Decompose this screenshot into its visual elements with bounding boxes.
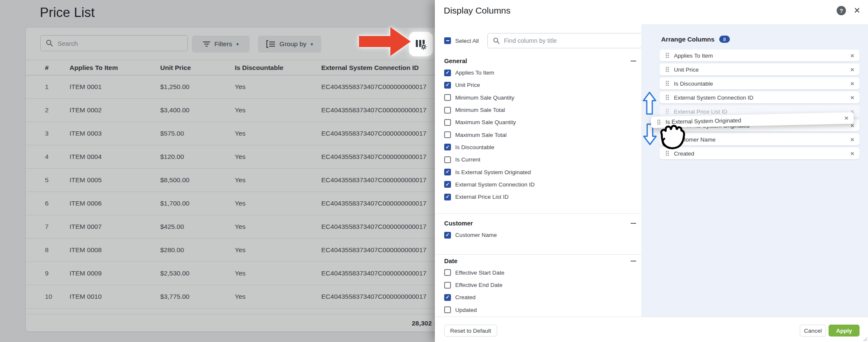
panel-footer: Reset to Default Cancel Apply xyxy=(435,317,868,342)
arrange-item-customer-name[interactable]: Customer Name× xyxy=(659,133,860,145)
arrange-item-label: Customer Name xyxy=(674,136,850,143)
checkbox-unchecked-icon[interactable] xyxy=(444,94,451,101)
column-toggle-effective-start-date[interactable]: Effective Start Date xyxy=(435,267,641,279)
checkbox-checked-icon[interactable]: ✓ xyxy=(444,294,451,301)
column-settings-button[interactable] xyxy=(411,34,431,54)
arrange-item-external-system-connection-id[interactable]: External System Connection ID× xyxy=(659,92,860,103)
remove-column-icon[interactable]: × xyxy=(850,66,854,73)
arrange-item-label: External System Connection ID xyxy=(674,95,850,101)
arrange-item-unit-price[interactable]: Unit Price× xyxy=(659,64,860,75)
column-toggle-label: Minimum Sale Quantity xyxy=(455,95,515,101)
checkbox-unchecked-icon[interactable] xyxy=(444,282,451,289)
arrange-item-applies-to-item[interactable]: Applies To Item× xyxy=(659,50,860,61)
column-toggle-label: External Price List ID xyxy=(455,194,509,200)
column-toggle-applies-to-item[interactable]: ✓Applies To Item xyxy=(435,67,641,79)
section-title: Date xyxy=(444,258,457,264)
checkbox-checked-icon[interactable]: ✓ xyxy=(444,169,451,175)
drag-handle-icon[interactable] xyxy=(665,53,669,58)
checkbox-checked-icon[interactable]: ✓ xyxy=(444,194,451,200)
column-toggle-is-current[interactable]: Is Current xyxy=(435,153,641,166)
column-toggle-label: Applies To Item xyxy=(455,70,494,76)
column-toggle-is-discountable[interactable]: ✓Is Discountable xyxy=(435,141,641,153)
column-toggle-updated[interactable]: Updated xyxy=(435,303,641,316)
checkbox-unchecked-icon[interactable] xyxy=(444,156,451,163)
arrange-list: Applies To Item×Unit Price×Is Discountab… xyxy=(659,50,860,161)
section-header: General xyxy=(435,56,641,67)
column-toggle-label: Created xyxy=(455,294,476,300)
section-title: General xyxy=(444,58,467,64)
checkbox-unchecked-icon[interactable] xyxy=(444,119,451,126)
drag-handle-icon[interactable] xyxy=(665,81,669,86)
callout-arrow-right-icon xyxy=(358,25,412,58)
column-toggle-label: Is Discountable xyxy=(455,144,494,150)
collapse-section-icon[interactable] xyxy=(631,261,636,261)
drag-handle-icon[interactable] xyxy=(665,67,669,72)
drag-handle-icon[interactable] xyxy=(665,108,669,114)
checkbox-checked-icon[interactable]: ✓ xyxy=(444,181,451,188)
arrange-item-label: Unit Price xyxy=(674,67,850,73)
arrange-item-is-discountable[interactable]: Is Discountable× xyxy=(659,78,860,89)
checkbox-unchecked-icon[interactable] xyxy=(444,131,451,138)
guide-arrow-up-icon xyxy=(643,92,657,115)
remove-column-icon[interactable]: × xyxy=(850,150,854,157)
column-toggle-unit-price[interactable]: ✓Unit Price xyxy=(435,79,641,91)
remove-column-icon[interactable]: × xyxy=(850,80,854,87)
cancel-button[interactable]: Cancel xyxy=(800,325,826,336)
column-sections: General✓Applies To Item✓Unit PriceMinimu… xyxy=(435,24,641,316)
remove-column-icon[interactable]: × xyxy=(850,94,854,101)
section-header: Date xyxy=(435,256,641,267)
checkbox-unchecked-icon[interactable] xyxy=(444,107,451,114)
column-toggle-is-external-system-originated[interactable]: ✓Is External System Originated xyxy=(435,166,641,178)
checkbox-unchecked-icon[interactable] xyxy=(444,269,451,276)
arrange-item-label: Applies To Item xyxy=(674,53,850,59)
arrange-columns-title: Arrange Columns xyxy=(661,36,715,43)
column-toggle-created[interactable]: ✓Created xyxy=(435,291,641,303)
remove-column-icon[interactable]: × xyxy=(850,136,854,143)
column-toggle-external-price-list-id[interactable]: ✓External Price List ID xyxy=(435,191,641,203)
help-icon[interactable]: ? xyxy=(837,6,846,15)
apply-button[interactable]: Apply xyxy=(829,325,860,336)
column-toggle-maximum-sale-total[interactable]: Maximum Sale Total xyxy=(435,128,641,141)
grab-hand-icon xyxy=(657,120,685,151)
column-toggle-label: Maximum Sale Quantity xyxy=(455,119,516,125)
column-toggle-label: Updated xyxy=(455,307,477,313)
column-toggle-customer-name[interactable]: ✓Customer Name xyxy=(435,229,641,241)
arrange-item-created[interactable]: Created× xyxy=(659,147,860,159)
resize-grip[interactable] xyxy=(862,336,867,341)
column-toggle-label: Unit Price xyxy=(455,82,480,88)
arrange-columns-area: Arrange Columns 8 Applies To Item×Unit P… xyxy=(641,24,868,317)
checkbox-checked-icon[interactable]: ✓ xyxy=(444,70,451,76)
checkbox-checked-icon[interactable]: ✓ xyxy=(444,82,451,89)
columns-gear-icon xyxy=(415,39,427,50)
arrange-item-label: Is Discountable xyxy=(674,81,850,87)
column-toggle-label: Is Current xyxy=(455,156,480,163)
column-toggle-label: Maximum Sale Total xyxy=(455,132,506,138)
column-toggle-label: Minimum Sale Total xyxy=(455,107,505,113)
checkbox-checked-icon[interactable]: ✓ xyxy=(444,144,451,150)
collapse-section-icon[interactable] xyxy=(631,61,636,61)
column-toggle-label: Effective Start Date xyxy=(455,270,504,276)
column-toggle-maximum-sale-quantity[interactable]: Maximum Sale Quantity xyxy=(435,116,641,128)
column-picker-area: Select All General✓Applies To Item✓Unit … xyxy=(435,24,641,317)
remove-column-icon[interactable]: × xyxy=(850,52,854,59)
checkbox-unchecked-icon[interactable] xyxy=(444,306,451,313)
dragged-column-label: Is External System Originated xyxy=(665,115,844,125)
arranged-count-badge: 8 xyxy=(719,36,730,43)
remove-column-icon[interactable]: × xyxy=(844,114,849,122)
reset-to-default-button[interactable]: Reset to Default xyxy=(444,325,497,336)
drag-handle-icon[interactable] xyxy=(665,95,669,100)
column-toggle-label: Customer Name xyxy=(455,232,497,238)
column-toggle-label: Is External System Originated xyxy=(455,169,531,175)
drag-handle-icon[interactable] xyxy=(665,150,669,156)
section-title: Customer xyxy=(444,220,473,227)
checkbox-checked-icon[interactable]: ✓ xyxy=(444,232,451,239)
column-toggle-label: External System Connection ID xyxy=(455,181,535,188)
close-icon[interactable]: × xyxy=(850,3,864,17)
column-toggle-effective-end-date[interactable]: Effective End Date xyxy=(435,279,641,291)
column-toggle-minimum-sale-quantity[interactable]: Minimum Sale Quantity xyxy=(435,92,641,104)
panel-title: Display Columns xyxy=(444,6,511,16)
column-toggle-minimum-sale-total[interactable]: Minimum Sale Total xyxy=(435,104,641,116)
collapse-section-icon[interactable] xyxy=(631,223,636,224)
app-window: Price List Filters ▾ xyxy=(0,0,868,342)
column-toggle-external-system-connection-id[interactable]: ✓External System Connection ID xyxy=(435,178,641,191)
